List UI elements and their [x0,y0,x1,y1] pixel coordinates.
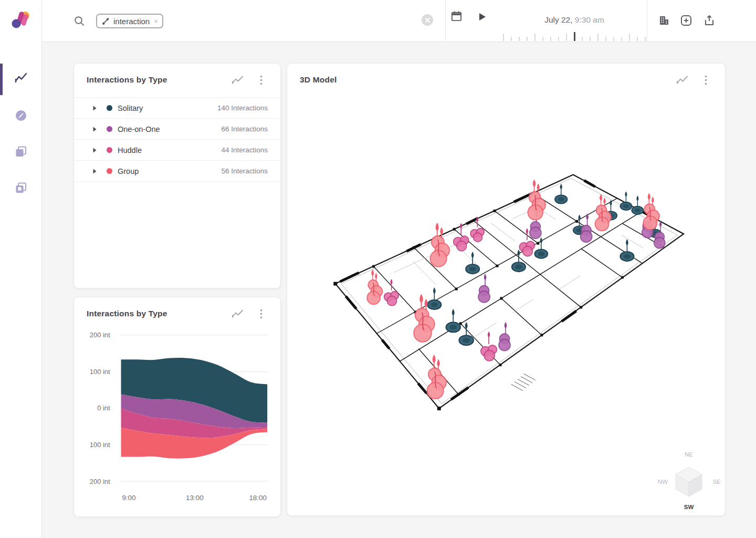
interaction-type-row[interactable]: One-on-One 66 Interactions [74,119,280,140]
ruler-tick [550,37,551,41]
line-chart-icon [15,73,27,83]
type-color-dot [107,168,112,174]
type-color-dot [107,105,112,111]
floorplan-3d-view[interactable] [287,64,725,515]
interaction-type-row[interactable]: Huddle 44 Interactions [74,140,280,161]
ruler-tick [605,37,606,41]
type-count: 66 Interactions [221,125,268,133]
card-menu-button[interactable] [255,309,267,318]
clear-search-button[interactable] [422,14,433,26]
interactions-chart-card: 200 int100 int0 int100 int200 int9:0013:… [74,297,281,517]
type-label: Huddle [118,146,142,154]
interaction-type-row[interactable]: Solitary 140 Interactions [74,98,280,119]
report-icon [15,182,27,194]
svg-text:200 int: 200 int [90,478,110,485]
expand-caret-icon[interactable] [93,169,99,174]
type-label: One-on-One [118,125,160,133]
close-icon [425,17,430,23]
compass-label-nw[interactable]: NW [658,479,668,485]
calendar-button[interactable] [450,10,463,24]
sidebar-item-explore[interactable] [0,101,42,130]
model-3d-card: 3D Model NE NW SE SW [287,63,726,516]
chip-label: interaction [113,17,150,26]
chart-toggle-button[interactable] [232,309,244,318]
layers-icon [15,146,27,158]
interaction-type-row[interactable]: Group 56 Interactions [74,161,280,182]
compass-label-sw[interactable]: SW [655,504,723,510]
search-filter-chip[interactable]: interaction × [96,14,163,28]
ruler-tick [590,37,591,41]
type-color-dot [107,126,112,132]
ruler-tick [645,37,646,41]
app-logo[interactable] [10,9,30,31]
marker-group[interactable] [430,223,450,267]
building-button[interactable] [657,14,671,28]
ruler-tick [503,34,504,41]
streamgraph-chart: 200 int100 int0 int100 int200 int9:0013:… [74,297,280,516]
ruler-tick [582,37,583,41]
chip-remove-button[interactable]: × [154,17,158,25]
ruler-tick [519,37,520,41]
add-widget-button[interactable] [679,14,693,28]
timeline-date[interactable]: July 22, 9:30 am [530,15,619,25]
card-menu-button[interactable] [255,75,267,85]
ruler-tick [542,37,543,41]
sidebar-item-spaces[interactable] [0,137,42,167]
building-icon [658,14,670,27]
svg-text:100 int: 100 int [90,368,110,376]
interaction-type-rows: Solitary 140 Interactions One-on-One 66 … [74,97,280,182]
play-button[interactable] [479,13,486,23]
stream-bands [121,358,268,459]
card-menu-button[interactable] [700,75,711,85]
svg-text:18:00: 18:00 [249,494,267,502]
type-count: 140 Interactions [217,104,268,112]
calendar-icon [450,10,463,22]
expand-caret-icon[interactable] [93,106,99,111]
expand-caret-icon[interactable] [93,127,99,132]
expand-caret-icon[interactable] [93,148,99,153]
kebab-menu-icon [260,309,262,319]
share-icon [703,14,716,27]
marker-group[interactable] [643,193,659,230]
orientation-cube-icon[interactable] [673,465,705,498]
orientation-cube-widget[interactable]: NE NW SE SW [655,451,723,510]
sidebar-item-reports[interactable] [0,173,42,203]
line-chart-icon [232,309,244,318]
sidebar-item-analytics[interactable] [0,63,42,92]
floorplan-walls [333,174,684,410]
compass-label-se[interactable]: SE [713,479,721,485]
type-color-dot [107,147,112,153]
interactions-list-card: Interactions by Type Solitary 140 Intera… [74,63,281,288]
share-button[interactable] [702,14,716,28]
timeline-ruler[interactable] [503,32,648,41]
play-icon [479,13,486,21]
ruler-tick [511,37,512,41]
chart-toggle-button[interactable] [232,75,244,85]
add-widget-icon [680,14,692,27]
date-time: 9:30 am [575,15,604,24]
ruler-tick [597,34,598,41]
type-label: Solitary [118,104,143,112]
svg-text:13:00: 13:00 [186,494,204,502]
ruler-current-tick [574,32,575,41]
marker-group[interactable] [528,180,545,220]
kebab-menu-icon [260,75,262,85]
logo-mark-icon [10,9,30,31]
ruler-tick [566,34,567,41]
line-chart-icon [232,76,244,85]
top-bar: interaction × July 22, 9:30 am [42,0,756,42]
ruler-tick [621,37,622,41]
ruler-tick [613,37,614,41]
card-title: 3D Model [300,75,665,85]
chart-toggle-button[interactable] [677,75,688,85]
type-count: 56 Interactions [221,167,268,175]
interaction-icon [102,17,110,25]
line-chart-icon [677,76,688,85]
svg-text:100 int: 100 int [90,441,110,449]
marker-solitary[interactable] [632,195,643,214]
card-title: Interactions by Type [87,75,220,85]
header-divider [445,0,446,42]
svg-text:200 int: 200 int [90,331,110,339]
ruler-tick [527,37,528,41]
compass-label-ne[interactable]: NE [655,451,723,458]
